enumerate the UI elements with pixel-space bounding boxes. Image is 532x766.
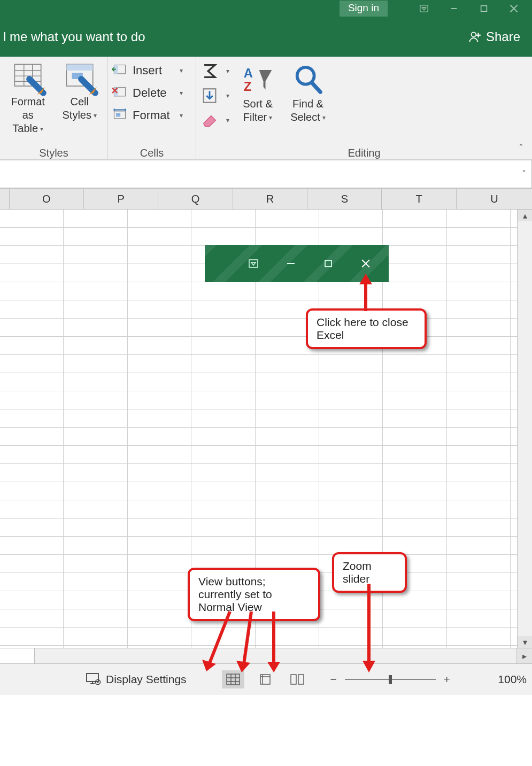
scroll-up-icon[interactable]: ▴ bbox=[518, 210, 532, 221]
ribbon-group-editing: ▾ ▾ ▾ A Z Sor bbox=[196, 57, 532, 159]
column-header[interactable]: Q bbox=[158, 189, 233, 209]
maximize-icon[interactable] bbox=[469, 0, 499, 17]
svg-rect-59 bbox=[298, 675, 304, 684]
callout-zoom-slider: Zoom slider bbox=[332, 552, 407, 593]
inset-maximize-icon bbox=[320, 256, 336, 272]
callout-close-excel: Click here to close Excel bbox=[306, 308, 427, 349]
expand-formula-bar-icon[interactable]: ˅ bbox=[522, 169, 526, 179]
window-titlebar: Sign in bbox=[0, 0, 532, 17]
horizontal-scrollbar[interactable]: ▸ bbox=[0, 648, 532, 664]
autosum-button[interactable]: ▾ bbox=[201, 62, 229, 80]
svg-rect-55 bbox=[260, 675, 270, 684]
ribbon-group-label-styles: Styles bbox=[4, 144, 103, 159]
sort-filter-label: Sort & Filter▾ bbox=[243, 97, 273, 124]
svg-rect-2 bbox=[481, 6, 487, 12]
chevron-down-icon: ▾ bbox=[175, 67, 183, 74]
insert-cells-label: Insert bbox=[133, 64, 162, 78]
share-person-icon bbox=[468, 30, 482, 44]
ribbon-group-label-cells: Cells bbox=[112, 144, 191, 159]
find-select-button[interactable]: Find & Select▾ bbox=[286, 62, 330, 124]
ribbon-display-options-icon[interactable] bbox=[409, 0, 439, 17]
format-as-table-button[interactable]: Format as Table▾ bbox=[4, 60, 52, 135]
zoom-in-button[interactable]: + bbox=[442, 673, 452, 686]
zoom-track[interactable] bbox=[345, 679, 436, 680]
ribbon-group-cells: Insert ▾ Delete ▾ Format ▾ Cells bbox=[108, 57, 196, 159]
monitor-gear-icon bbox=[86, 672, 102, 686]
format-cells-label: Format bbox=[133, 109, 170, 122]
svg-rect-24 bbox=[116, 113, 120, 117]
zoom-out-button[interactable]: − bbox=[329, 673, 338, 686]
collapse-ribbon-button[interactable]: ˄ bbox=[519, 142, 523, 154]
cell-styles-label: Cell Styles▾ bbox=[63, 95, 97, 122]
insert-cells-icon bbox=[112, 63, 127, 78]
chevron-down-icon: ▾ bbox=[222, 67, 229, 75]
inset-titlebar-graphic bbox=[205, 245, 389, 282]
tellme-placeholder[interactable]: l me what you want to do bbox=[3, 29, 468, 44]
format-cells-button[interactable]: Format ▾ bbox=[112, 107, 183, 124]
svg-rect-58 bbox=[291, 675, 296, 684]
page-break-icon bbox=[290, 673, 305, 686]
page-layout-view-button[interactable] bbox=[254, 670, 276, 688]
svg-rect-50 bbox=[227, 674, 240, 685]
insert-cells-button[interactable]: Insert ▾ bbox=[112, 62, 183, 79]
status-bar: Display Settings − + 100% bbox=[0, 664, 532, 695]
chevron-down-icon: ▾ bbox=[222, 92, 229, 99]
fill-button[interactable]: ▾ bbox=[201, 87, 229, 105]
scroll-down-icon[interactable]: ▾ bbox=[518, 636, 532, 648]
ribbon: Format as Table▾ Cell Styles▾ Styles Ins… bbox=[0, 57, 532, 160]
zoom-thumb[interactable] bbox=[389, 675, 392, 684]
zoom-level-label[interactable]: 100% bbox=[498, 673, 527, 686]
eraser-icon bbox=[201, 111, 219, 129]
display-settings-label: Display Settings bbox=[106, 673, 187, 686]
column-header[interactable]: P bbox=[84, 189, 158, 209]
cell-styles-icon bbox=[64, 62, 95, 93]
page-break-view-button[interactable] bbox=[286, 670, 309, 688]
delete-cells-button[interactable]: Delete ▾ bbox=[112, 84, 183, 102]
svg-point-5 bbox=[471, 32, 476, 37]
inset-close-icon bbox=[358, 256, 374, 272]
format-cells-icon bbox=[112, 108, 127, 123]
column-headers: O P Q R S T U bbox=[0, 189, 532, 210]
clear-button[interactable]: ▾ bbox=[201, 111, 229, 129]
svg-text:Z: Z bbox=[244, 80, 252, 94]
column-header[interactable]: O bbox=[10, 189, 84, 209]
svg-rect-30 bbox=[249, 260, 258, 267]
scroll-right-icon[interactable]: ▸ bbox=[517, 648, 532, 663]
svg-rect-15 bbox=[66, 64, 92, 71]
svg-point-49 bbox=[97, 682, 99, 683]
delete-cells-icon bbox=[112, 86, 127, 100]
normal-view-button[interactable] bbox=[222, 670, 244, 688]
hscroll-track[interactable] bbox=[34, 648, 517, 663]
page-layout-icon bbox=[258, 673, 273, 686]
signin-button[interactable]: Sign in bbox=[340, 1, 388, 17]
chevron-down-icon: ▾ bbox=[175, 89, 183, 97]
column-header-partial[interactable] bbox=[0, 189, 10, 209]
sort-filter-button[interactable]: A Z Sort & Filter▾ bbox=[237, 62, 279, 124]
chevron-down-icon: ▾ bbox=[175, 112, 183, 119]
ribbon-group-styles: Format as Table▾ Cell Styles▾ Styles bbox=[0, 57, 108, 159]
svg-rect-0 bbox=[420, 5, 428, 12]
formula-bar: ˅ bbox=[0, 160, 532, 189]
column-header[interactable]: U bbox=[457, 189, 532, 209]
close-icon[interactable] bbox=[499, 0, 529, 17]
vertical-scrollbar[interactable]: ▴ ▾ bbox=[517, 210, 532, 648]
inset-ribbon-options-icon bbox=[245, 256, 261, 272]
zoom-slider[interactable]: − + bbox=[329, 673, 452, 686]
column-header[interactable]: S bbox=[307, 189, 382, 209]
find-select-icon bbox=[292, 64, 323, 95]
formula-input[interactable]: ˅ bbox=[0, 160, 532, 188]
column-header[interactable]: R bbox=[233, 189, 307, 209]
normal-view-icon bbox=[226, 673, 241, 686]
display-settings-button[interactable]: Display Settings bbox=[86, 672, 187, 686]
find-select-label: Find & Select▾ bbox=[290, 97, 326, 124]
format-as-table-label: Format as Table▾ bbox=[4, 95, 52, 135]
svg-text:A: A bbox=[244, 66, 253, 80]
inset-minimize-icon bbox=[283, 256, 299, 272]
column-header[interactable]: T bbox=[382, 189, 456, 209]
share-button[interactable]: Share bbox=[468, 29, 532, 44]
minimize-icon[interactable] bbox=[439, 0, 469, 17]
cell-styles-button[interactable]: Cell Styles▾ bbox=[56, 60, 104, 122]
sigma-icon bbox=[201, 62, 219, 80]
ribbon-group-label-editing: Editing bbox=[201, 144, 528, 159]
delete-cells-label: Delete bbox=[133, 86, 167, 100]
